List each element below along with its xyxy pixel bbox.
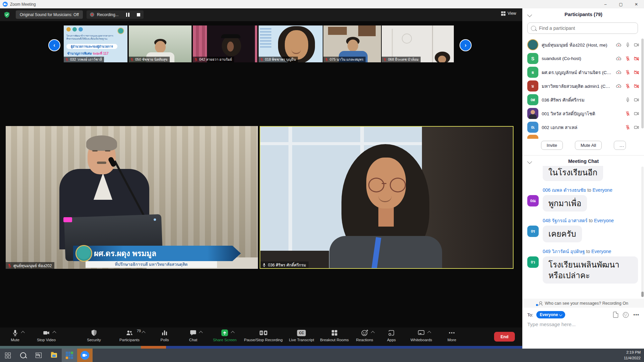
chat-recipient: Everyone	[594, 218, 614, 223]
view-button[interactable]: View	[501, 11, 516, 16]
more-button[interactable]: More	[447, 329, 456, 342]
chevron-up-icon[interactable]	[142, 331, 145, 335]
security-button[interactable]: Security	[87, 329, 101, 342]
participant-row[interactable]: S suandusit (Co-host)	[523, 52, 644, 65]
muted-mic-icon[interactable]	[625, 56, 630, 61]
file-attach-icon[interactable]	[613, 312, 618, 318]
mute-button[interactable]: Mute	[11, 329, 19, 342]
muted-mic-icon[interactable]	[625, 69, 630, 75]
file-explorer-button[interactable]	[46, 349, 62, 362]
breakout-rooms-button[interactable]: Breakout Rooms	[320, 329, 349, 342]
chat-recipient: Everyone	[593, 187, 612, 193]
chevron-up-icon[interactable]	[371, 331, 374, 335]
live-transcript-button[interactable]: CC Live Transcript	[289, 329, 314, 342]
pause-recording-button[interactable]	[126, 13, 131, 17]
share-screen-button[interactable]: Share Screen	[213, 329, 236, 342]
video-thumbnail[interactable]: โครงการพัฒนาข้าราชการครูและบุคลากรทางการ…	[64, 25, 127, 62]
whiteboards-button[interactable]: Whiteboards	[411, 329, 432, 342]
slide-pill-text: ผู้อำนวยการและรองผู้อำนวยการ	[66, 44, 117, 49]
camera-icon[interactable]	[633, 97, 640, 103]
participant-name: 050 ชัชชาย นิสสัยสุข	[135, 57, 168, 62]
task-view-button[interactable]	[31, 349, 46, 362]
reactions-button[interactable]: Reactions	[356, 329, 373, 342]
participant-row[interactable]: ผ ผศ.ดร.บุญญลักษม์ ตำนานจิตร (Co-host)	[523, 65, 644, 79]
stop-video-button[interactable]: Stop Video	[37, 329, 56, 342]
mic-icon[interactable]	[625, 42, 630, 48]
minimize-button[interactable]: –	[598, 0, 613, 8]
camera-off-icon[interactable]	[633, 83, 640, 89]
emoji-icon[interactable]	[623, 312, 629, 318]
video-thumbnail[interactable]: 042 สายธวา อาบรัมย์	[193, 25, 257, 62]
chevron-up-icon[interactable]	[427, 331, 431, 335]
side-panel: Participants (79) ศูนย์ทุนมนุษย์ ห้อง202…	[522, 8, 644, 349]
filmstrip-next-button[interactable]: ›	[460, 39, 472, 51]
stop-recording-button[interactable]	[137, 13, 140, 16]
camera-off-icon[interactable]	[633, 56, 640, 61]
participant-name: 042 สายธวา อาบรัมย์	[199, 57, 232, 62]
slide-line1: โครงการพัฒนาข้าราชการครูและบุคลากรทางการ	[66, 35, 113, 37]
mute-all-button[interactable]: Mute All	[575, 141, 602, 150]
video-thumbnail[interactable]: 075 นาวิน แกละสมุทร	[323, 25, 381, 62]
cloud-recording-icon	[615, 42, 622, 48]
participant-row[interactable]: ม มหาวิทยาลัยสวนดุสิต admin1 (Co-host)	[523, 79, 644, 93]
apps-button[interactable]: Apps	[387, 329, 396, 342]
person-icon	[539, 301, 543, 305]
camera-icon[interactable]	[633, 125, 640, 130]
maximize-button[interactable]: ▢	[613, 0, 629, 8]
video-name-label: ศูนย์ทุนมนุษย์ ห้อง202	[13, 262, 52, 269]
camera-off-icon[interactable]	[633, 70, 640, 75]
invite-button[interactable]: Invite	[541, 141, 563, 150]
start-button[interactable]	[0, 349, 15, 362]
chat-scrollbar-thumb[interactable]	[641, 292, 644, 297]
camera-icon[interactable]	[633, 42, 640, 48]
participants-scrollbar[interactable]	[641, 39, 644, 128]
slide-logo-icon	[117, 27, 124, 34]
close-button[interactable]: ✕	[629, 0, 644, 8]
recording-label: Recording...	[97, 12, 119, 17]
muted-mic-icon[interactable]	[625, 124, 630, 130]
camera-icon[interactable]	[633, 111, 640, 116]
taskbar-clock[interactable]: 2:19 PM 11/4/2022	[624, 350, 641, 361]
chat-more-icon[interactable]: •••	[633, 312, 639, 317]
original-sound-button[interactable]: Original Sound for Musicians: Off	[16, 10, 83, 19]
mic-icon[interactable]	[625, 97, 630, 103]
video-thumbnail[interactable]: 050 ชัชชาย นิสสัยสุข	[129, 25, 192, 62]
avatar: 0ร	[527, 226, 539, 237]
chevron-up-icon[interactable]	[21, 331, 24, 335]
taskbar-search-button[interactable]	[15, 349, 31, 362]
video-thumbnail[interactable]: 018 พิชชาพร บุญยืน	[259, 25, 323, 62]
participant-search[interactable]	[527, 22, 638, 34]
muted-mic-icon[interactable]	[625, 111, 630, 116]
chevron-up-icon[interactable]	[52, 331, 56, 335]
participant-row[interactable]: 0เ 002 เอกภพ สาเหล่	[523, 120, 644, 134]
chat-input[interactable]: Type message here...	[527, 321, 576, 327]
university-emblem-icon	[75, 245, 92, 262]
main-video-speaker[interactable]: ผศ.ดร.ผดุง พรมมูล ที่ปรึกษาอธิการบดี มหา…	[6, 126, 258, 269]
participants-more-button[interactable]: ...	[614, 141, 626, 150]
taskbar-zoom-button[interactable]	[77, 349, 93, 362]
participant-row[interactable]: 0ศ 036 ศิริพร ศักดิ์ศรีกรม	[523, 93, 644, 107]
avatar: ม	[527, 80, 538, 92]
chat-button[interactable]: Chat	[189, 329, 197, 342]
muted-mic-icon[interactable]	[625, 83, 630, 89]
chat-scrollbar-track[interactable]	[641, 167, 644, 296]
recipient-selector[interactable]: Everyone	[536, 311, 565, 318]
taskbar-app-button[interactable]	[62, 349, 77, 362]
polls-button[interactable]: Polls	[161, 329, 169, 342]
search-input[interactable]	[538, 25, 634, 31]
chat-messages[interactable]: ในโรงเรียนอีก 006 ณพล ดำรงธนชัย to Every…	[523, 166, 644, 297]
participants-button[interactable]: 79 Participants	[119, 329, 140, 342]
video-thumbnail[interactable]: 068 ธีระเดช บัวล้อม	[382, 25, 454, 62]
zoom-logo-icon	[3, 2, 8, 7]
participant-row[interactable]: ศูนย์ทุนมนุษย์ ห้อง202 (Host, me)	[523, 38, 644, 52]
muted-mic-icon	[260, 58, 264, 61]
participant-row[interactable]: 001 วิทวัส สวัสดิ์ปัญญาโชติ	[523, 107, 644, 120]
chevron-up-icon[interactable]	[199, 331, 203, 335]
active-speaker-video[interactable]: 036 ศิริพร ศักดิ์ศรีกรม	[260, 126, 514, 269]
pause-stop-recording-button[interactable]: Pause/Stop Recording	[244, 329, 282, 342]
muted-mic-icon	[194, 58, 198, 61]
end-meeting-button[interactable]: End	[494, 332, 515, 342]
chevron-up-icon[interactable]	[231, 331, 234, 335]
filmstrip-prev-button[interactable]: ‹	[48, 39, 60, 51]
headphones-icon	[221, 34, 240, 38]
